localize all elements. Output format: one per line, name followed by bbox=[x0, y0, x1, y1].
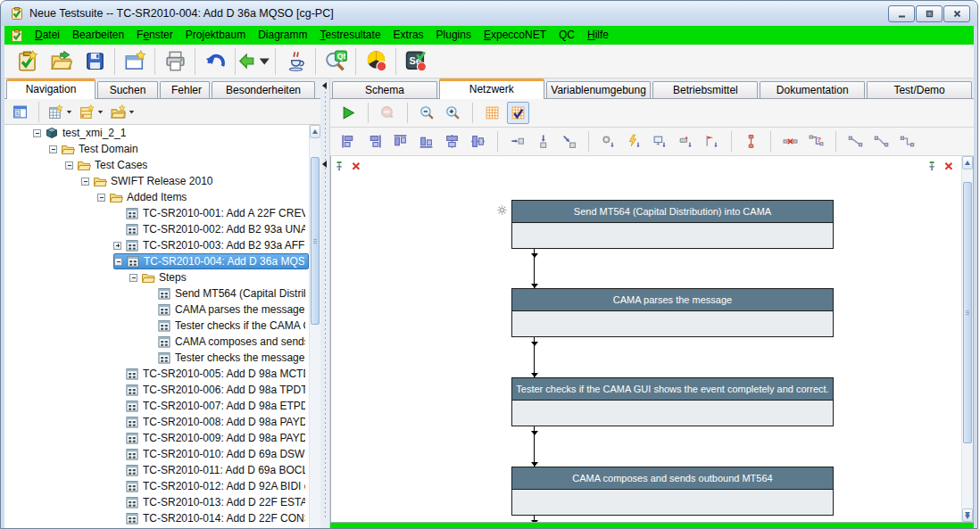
collapse-box-icon[interactable] bbox=[33, 129, 41, 137]
selenium-button[interactable]: Se bbox=[399, 47, 433, 76]
tree-item-content[interactable]: TC-SR2010-004: Add D 36a MQSO bbox=[113, 253, 309, 269]
tree-item-content[interactable]: TC-SR2010-011: Add D 69a BOCL bbox=[113, 462, 309, 478]
network-canvas[interactable]: Send MT564 (Capital Distribution) into C… bbox=[330, 156, 974, 523]
tree-item[interactable]: test_xmi_2_1 bbox=[4, 125, 309, 141]
maximize-button[interactable] bbox=[916, 5, 943, 22]
step-block[interactable]: Tester checks if the CAMA GUI shows the … bbox=[511, 377, 834, 426]
step-block[interactable]: CAMA composes and sends outbound MT564 bbox=[511, 467, 834, 516]
qt-browser-button[interactable]: Qt bbox=[319, 47, 353, 76]
step-block[interactable]: CAMA parses the message bbox=[511, 288, 834, 337]
menu-expecconet[interactable]: ExpeccoNET bbox=[478, 28, 552, 43]
canvas-scroll-thumb[interactable] bbox=[963, 182, 972, 443]
tree-item[interactable]: TC-SR2010-005: Add D 98a MCTD bbox=[4, 366, 309, 382]
tree-item-content[interactable]: TC-SR2010-010: Add D 69a DSWN bbox=[113, 446, 309, 462]
step-gear-button[interactable] bbox=[597, 130, 619, 153]
zoom-out-button[interactable] bbox=[416, 102, 438, 124]
menu-qc[interactable]: QC bbox=[552, 28, 581, 43]
canvas-right-delete-x-button[interactable] bbox=[943, 160, 955, 176]
step-lightning-button[interactable] bbox=[623, 130, 645, 153]
tree-scrollbar[interactable] bbox=[309, 125, 320, 528]
open-folder-button[interactable] bbox=[44, 47, 78, 76]
tree-item[interactable]: TC-SR2010-006: Add D 98a TPDT bbox=[4, 382, 309, 398]
canvas-scrollbar[interactable] bbox=[961, 156, 973, 522]
tab-betriebsmittel[interactable]: Betriebsmittel bbox=[652, 81, 758, 98]
line-curved-button[interactable] bbox=[870, 130, 893, 153]
collapse-left-icon-2[interactable] bbox=[322, 161, 327, 168]
tab-suchen[interactable]: Suchen bbox=[97, 81, 158, 98]
tree-item[interactable]: TC-SR2010-014: Add D 22F CONS co bbox=[4, 510, 309, 526]
menu-projektbaum[interactable]: Projektbaum bbox=[179, 28, 252, 43]
grid-snap-button[interactable] bbox=[507, 102, 529, 124]
menu-testresultate[interactable]: Testresultate bbox=[314, 28, 387, 43]
canvas-scroll-page-down-button[interactable] bbox=[962, 508, 973, 522]
tab-dokumentation[interactable]: Dokumentation bbox=[760, 81, 865, 98]
tree-item[interactable]: TC-SR2010-010: Add D 69a DSWN bbox=[4, 446, 309, 462]
tree-item-content[interactable]: TC-SR2010-008: Add D 98a PAYD rul bbox=[113, 414, 309, 430]
zoom-in-button[interactable] bbox=[442, 102, 464, 124]
canvas-left-delete-x-button[interactable] bbox=[351, 160, 362, 176]
tree-item[interactable]: TC-SR2010-011: Add D 69a BOCL bbox=[4, 462, 309, 478]
tree-item-content[interactable]: TC-SR2010-006: Add D 98a TPDT bbox=[113, 382, 309, 398]
new-window-button[interactable] bbox=[118, 47, 152, 76]
menu-bearbeiten[interactable]: Bearbeiten bbox=[66, 28, 130, 43]
tab-besonderheiten[interactable]: Besonderheiten bbox=[212, 81, 315, 98]
canvas-left-pin-button[interactable] bbox=[336, 160, 347, 176]
tree-item[interactable]: Send MT564 (Capital Distribut bbox=[4, 285, 309, 302]
tree-item-content[interactable]: Added Items bbox=[97, 189, 309, 205]
panel-layout-button[interactable] bbox=[9, 101, 31, 123]
new-testsuite-button[interactable] bbox=[10, 47, 44, 76]
tree-item[interactable]: Steps bbox=[4, 269, 309, 285]
connector-vertical-button[interactable] bbox=[740, 130, 762, 153]
expand-box-icon[interactable] bbox=[113, 242, 121, 250]
insert-diagonal-button[interactable] bbox=[558, 130, 580, 153]
tree-item-content[interactable]: Tester checks if the CAMA GU bbox=[145, 318, 309, 334]
tree-item-content[interactable]: TC-SR2010-013: Add D 22F ESTA(r) bbox=[113, 494, 309, 510]
tree-item-content[interactable]: TC-SR2010-014: Add D 22F CONS co bbox=[113, 510, 309, 526]
collapse-box-icon[interactable] bbox=[49, 145, 57, 153]
tree-scroll-thumb[interactable] bbox=[311, 157, 320, 325]
collapse-box-icon[interactable] bbox=[97, 194, 105, 202]
line-straight-button[interactable] bbox=[844, 130, 867, 153]
collapse-box-icon[interactable] bbox=[114, 258, 122, 266]
tree-item[interactable]: CAMA composes and sends o bbox=[4, 334, 309, 350]
collapse-box-icon[interactable] bbox=[65, 161, 73, 169]
run-button[interactable] bbox=[337, 102, 360, 124]
tree-item-content[interactable]: TC-SR2010-001: Add A 22F CREV bbox=[113, 205, 309, 221]
close-button[interactable] bbox=[943, 5, 970, 22]
undo-button[interactable] bbox=[198, 47, 232, 76]
hazard-button[interactable] bbox=[359, 47, 393, 76]
tree-item[interactable]: TC-SR2010-001: Add A 22F CREV bbox=[4, 205, 309, 221]
tree-item-content[interactable]: TC-SR2010-002: Add B2 93a UNAF bbox=[113, 221, 309, 237]
step-block-body[interactable] bbox=[512, 401, 833, 426]
step-block[interactable]: Send MT564 (Capital Distribution) into C… bbox=[511, 200, 834, 249]
tree-item[interactable]: TC-SR2010-003: Add B2 93a AFFB bbox=[4, 237, 309, 253]
menu-hilfe[interactable]: Hilfe bbox=[581, 28, 615, 43]
tree-item-content[interactable]: test_xmi_2_1 bbox=[33, 125, 309, 141]
tree-item-content[interactable]: Test Cases bbox=[65, 157, 309, 173]
minimize-button[interactable] bbox=[888, 5, 915, 22]
tree-item[interactable]: TC-SR2010-008: Add D 98a PAYD rul bbox=[4, 414, 309, 430]
collapse-box-icon[interactable] bbox=[81, 178, 89, 186]
new-testcase-button[interactable] bbox=[46, 101, 75, 123]
new-step-button[interactable] bbox=[78, 101, 106, 123]
tree-item-content[interactable]: Test Domain bbox=[49, 141, 309, 157]
step-flag-button[interactable] bbox=[701, 130, 723, 153]
tree-item[interactable]: TC-SR2010-009: Add D 98a PAYD rul bbox=[4, 430, 309, 446]
tree-item-content[interactable]: Tester checks the message ser bbox=[145, 350, 309, 366]
tree-item[interactable]: CAMA parses the message bbox=[4, 302, 309, 318]
reroute-connection-button[interactable]: ? bbox=[805, 130, 827, 153]
menu-plugins[interactable]: Plugins bbox=[430, 28, 478, 43]
tree-item-content[interactable]: TC-SR2010-012: Add D 92A BIDI opti bbox=[113, 478, 309, 494]
tab-navigation[interactable]: Navigation bbox=[6, 79, 96, 99]
tree-item[interactable]: TC-SR2010-002: Add B2 93a UNAF bbox=[4, 221, 309, 237]
back-arrow-button[interactable] bbox=[238, 47, 272, 76]
menu-fenster[interactable]: Fenster bbox=[130, 28, 179, 43]
suspend-button[interactable] bbox=[377, 102, 399, 124]
menu-extras[interactable]: Extras bbox=[387, 28, 430, 43]
tree-item-content[interactable]: SWIFT Release 2010 bbox=[81, 173, 309, 189]
save-button[interactable] bbox=[78, 47, 112, 76]
remove-connection-button[interactable] bbox=[779, 130, 801, 153]
tree-item-content[interactable]: TC-SR2010-007: Add D 98a ETPD bbox=[113, 398, 309, 414]
panel-splitter[interactable] bbox=[320, 79, 330, 528]
tab-test-demo[interactable]: Test/Demo bbox=[867, 81, 972, 98]
